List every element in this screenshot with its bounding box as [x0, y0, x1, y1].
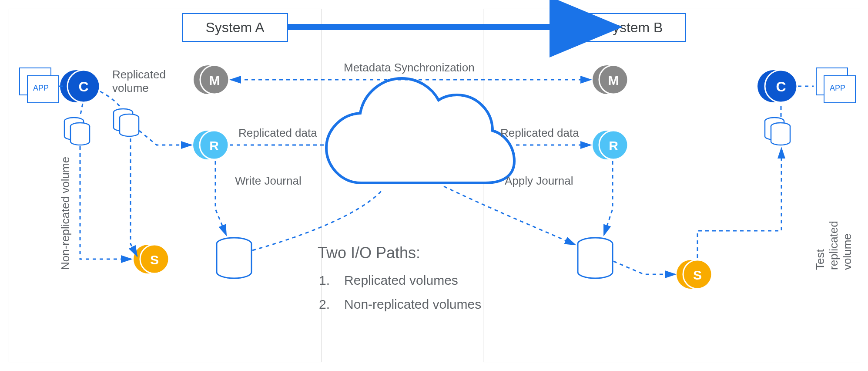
label-test-replicated-volume: Test replicated volume — [814, 216, 854, 270]
r-node-right: R — [593, 131, 628, 159]
s-node-left: S — [134, 245, 169, 273]
volume-test-replicated-right — [765, 118, 790, 145]
flow-replicated-to-s — [131, 138, 137, 256]
volume-nonreplicated-left — [64, 118, 90, 145]
flow-s-to-test-volume — [697, 148, 781, 258]
flow-cloud-to-apply-journal — [444, 186, 575, 245]
m-node-right-letter: M — [608, 73, 619, 88]
label-write-journal: Write Journal — [235, 174, 302, 188]
label-replicated-data-right: Replicated data — [500, 126, 579, 140]
flow-journal-to-cloud — [252, 189, 383, 250]
iopaths-title: Two I/O Paths: — [318, 244, 420, 262]
flow-c-to-nonreplicated — [80, 104, 83, 117]
flow-r-to-write-journal — [215, 161, 226, 235]
iopaths-item-1: 1.Replicated volumes — [318, 269, 482, 292]
iopaths-list: 1.Replicated volumes 2.Non-replicated vo… — [318, 268, 483, 317]
write-journal-cylinder — [217, 238, 251, 278]
label-replicated-data-left: Replicated data — [238, 126, 317, 140]
flow-apply-to-s — [613, 261, 675, 274]
apply-journal-cylinder — [578, 238, 613, 278]
s-node-right-letter: S — [693, 268, 702, 282]
m-node-left-letter: M — [209, 73, 220, 88]
cloud-icon — [326, 78, 514, 183]
iopaths-item-2: 2.Non-replicated volumes — [318, 293, 482, 316]
r-node-left-letter: R — [209, 138, 219, 153]
c-node-right-letter: C — [776, 79, 786, 94]
flow-nonreplicated-to-s — [80, 146, 131, 259]
volume-replicated-left — [114, 109, 139, 136]
label-metadata-sync: Metadata Synchronization — [344, 61, 475, 74]
r-node-left: R — [193, 131, 228, 159]
r-node-right-letter: R — [609, 138, 618, 153]
c-node-left-letter: C — [78, 79, 88, 94]
flow-replicated-to-r — [139, 131, 191, 145]
m-node-left: M — [194, 65, 229, 94]
s-node-right: S — [677, 260, 712, 289]
diagram-stage: System A System B APP APP — [0, 0, 868, 371]
flow-r-to-apply-journal — [604, 161, 613, 235]
s-node-left-letter: S — [150, 253, 159, 267]
c-node-left: C — [60, 70, 100, 102]
label-apply-journal: Apply Journal — [505, 174, 573, 188]
label-replicated-volume: Replicated volume — [112, 54, 166, 95]
m-node-right: M — [593, 65, 628, 94]
c-node-right: C — [757, 70, 797, 102]
label-non-replicated-volume: Non-replicated volume — [59, 157, 72, 270]
